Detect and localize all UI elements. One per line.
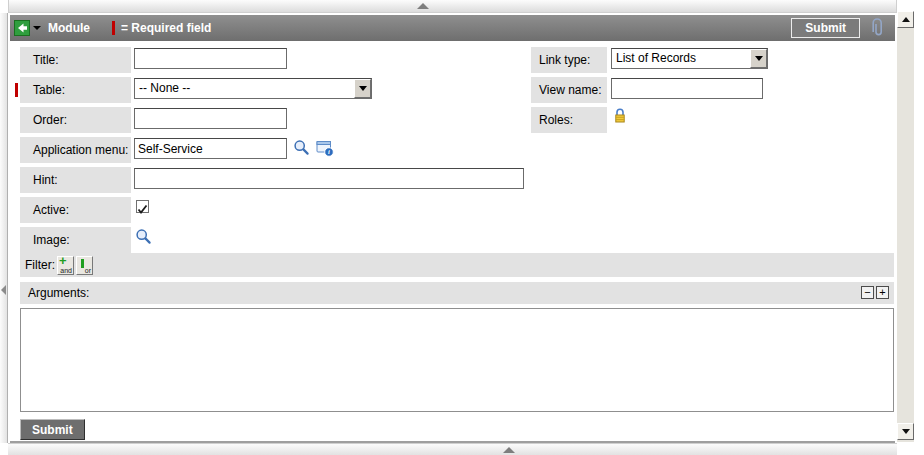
arguments-textarea[interactable] — [20, 308, 894, 412]
form-body: Title: Table: Order: Application menu: H… — [10, 41, 895, 441]
order-input[interactable] — [134, 108, 287, 129]
module-form-frame: Module = Required field Submit Title: Ta… — [10, 15, 895, 443]
label-order: Order: — [20, 107, 131, 133]
magnifier-icon — [135, 228, 152, 245]
magnifier-icon — [293, 139, 310, 156]
required-marker-icon — [15, 83, 18, 97]
arrow-down-icon — [902, 429, 910, 434]
label-hint: Hint: — [20, 167, 131, 193]
chevron-down-icon — [359, 86, 367, 91]
form-title: Module — [48, 21, 90, 35]
view-name-input[interactable] — [611, 78, 763, 99]
application-menu-reference-info-button[interactable]: i — [316, 140, 335, 157]
label-image: Image: — [20, 227, 131, 253]
label-roles: Roles: — [531, 107, 607, 133]
label-table: Table: — [20, 77, 131, 103]
lock-icon — [613, 107, 627, 124]
arrow-up-icon — [902, 17, 910, 22]
roles-locked-button[interactable] — [613, 107, 627, 124]
header-menu-chevron-down-icon[interactable] — [33, 26, 41, 30]
arguments-toggle-controls: − + — [861, 286, 889, 299]
vertical-scrollbar[interactable] — [897, 11, 914, 442]
label-active: Active: — [20, 197, 131, 223]
back-arrow-icon — [14, 20, 30, 36]
hint-input[interactable] — [134, 168, 524, 189]
label-link-type: Link type: — [531, 47, 607, 73]
label-view-name: View name: — [531, 77, 607, 103]
arguments-section-header: Arguments: − + — [20, 282, 894, 304]
collapse-pane-up-icon[interactable] — [503, 447, 515, 453]
arguments-label: Arguments: — [28, 286, 89, 300]
active-checkbox[interactable] — [136, 200, 149, 213]
title-input[interactable] — [134, 48, 287, 69]
bottom-pane-resize-strip[interactable] — [8, 443, 897, 455]
application-menu-input[interactable] — [134, 138, 287, 159]
select-dropdown-button[interactable] — [750, 49, 767, 68]
collapse-pane-left-icon[interactable] — [1, 285, 6, 295]
image-lookup-button[interactable] — [135, 228, 152, 245]
required-field-legend: = Required field — [121, 21, 211, 35]
submit-button-footer[interactable]: Submit — [20, 419, 85, 440]
reference-record-icon: i — [316, 140, 335, 157]
filter-row: Filter: + and or — [20, 253, 894, 277]
submit-button-header[interactable]: Submit — [791, 18, 860, 38]
collapse-pane-up-icon[interactable] — [417, 3, 429, 9]
scroll-down-button[interactable] — [897, 423, 914, 440]
required-marker-legend-icon — [112, 21, 115, 35]
label-title: Title: — [20, 47, 131, 73]
table-select[interactable]: -- None -- — [134, 78, 372, 99]
expand-plus-button[interactable]: + — [876, 286, 889, 299]
plus-icon: + — [59, 253, 67, 268]
filter-label: Filter: — [25, 258, 55, 272]
form-header-bar: Module = Required field Submit — [10, 15, 895, 41]
label-application-menu: Application menu: — [20, 137, 131, 163]
left-pane-resize-strip[interactable] — [0, 13, 8, 443]
attachment-paperclip-icon[interactable] — [872, 18, 885, 38]
or-bar-icon — [81, 259, 84, 268]
checkmark-icon — [137, 204, 148, 215]
top-pane-resize-strip[interactable] — [8, 0, 897, 13]
back-button[interactable] — [14, 20, 30, 36]
chevron-down-icon — [755, 56, 763, 61]
scroll-up-button[interactable] — [897, 11, 914, 28]
collapse-minus-button[interactable]: − — [861, 286, 874, 299]
svg-text:i: i — [328, 148, 330, 155]
link-type-select[interactable]: List of Records — [611, 48, 768, 69]
application-menu-lookup-button[interactable] — [293, 139, 310, 156]
filter-add-or-condition-button[interactable]: or — [76, 256, 93, 275]
filter-add-and-condition-button[interactable]: + and — [57, 256, 74, 275]
select-dropdown-button[interactable] — [354, 79, 371, 98]
module-form-screen: Module = Required field Submit Title: Ta… — [0, 0, 924, 455]
